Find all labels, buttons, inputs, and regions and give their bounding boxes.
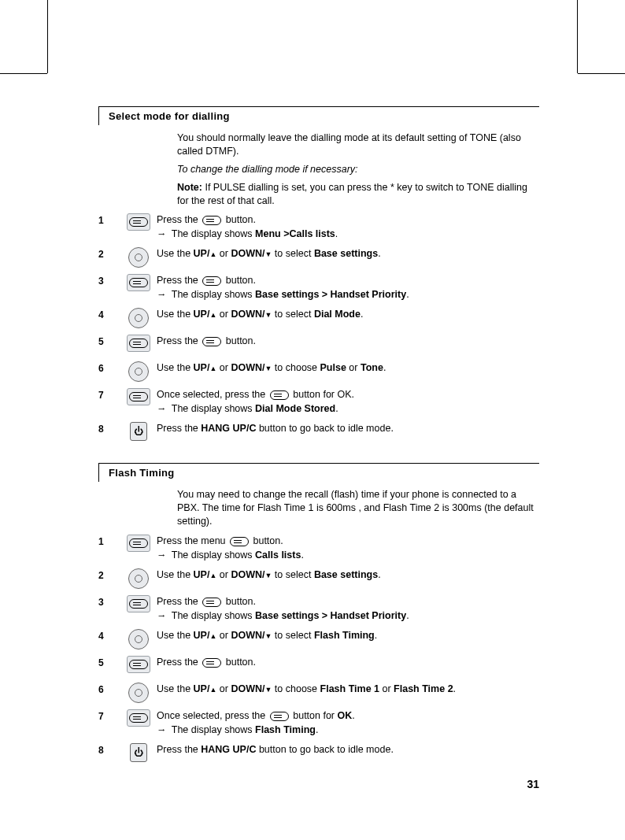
step-7: 7 Once selected, press the button for OK… <box>98 387 539 416</box>
menu-button-icon <box>120 212 157 231</box>
step-3: 3 Press the button. The display shows Ba… <box>98 272 539 302</box>
hangup-icon: ⏻ <box>120 420 157 441</box>
step-text: Once selected, press the button for OK. … <box>157 387 539 416</box>
menu-button-icon <box>120 533 157 552</box>
step-number: 5 <box>98 333 120 347</box>
menu-button-icon <box>202 658 221 668</box>
page-number: 31 <box>527 778 539 790</box>
menu-button-icon <box>120 654 157 673</box>
hangup-icon: ⏻ <box>120 742 157 762</box>
arrow-icon <box>157 289 169 300</box>
step-text: Use the UP/ or DOWN/ to select Base sett… <box>157 246 539 261</box>
step-text: Use the UP/ or DOWN/ to select Base sett… <box>157 567 539 583</box>
menu-button-icon <box>120 708 157 727</box>
step-1: 1 Press the menu button. The display sho… <box>98 533 539 562</box>
step-number: 7 <box>98 387 120 401</box>
step-4: 4 Use the UP/ or DOWN/ to select Dial Mo… <box>98 306 539 328</box>
menu-button-icon <box>202 598 221 607</box>
arrow-icon <box>157 228 169 239</box>
step-2: 2 Use the UP/ or DOWN/ to select Base se… <box>98 246 539 268</box>
step-text: Press the HANG UP/C button to go back to… <box>157 420 539 436</box>
arrow-icon <box>157 403 169 414</box>
nav-pad-icon <box>120 567 157 589</box>
step-number: 1 <box>98 212 120 226</box>
step-number: 3 <box>98 272 120 287</box>
step-text: Press the button. The display shows Base… <box>157 594 539 623</box>
step-text: Use the UP/ or DOWN/ to select Dial Mode… <box>157 306 539 322</box>
menu-button-icon <box>120 272 157 291</box>
steps-list: 1 Press the menu button. The display sho… <box>98 533 539 764</box>
nav-pad-icon <box>120 360 157 382</box>
nav-pad-icon <box>120 306 157 328</box>
note-label: Note: <box>177 182 202 193</box>
step-number: 3 <box>98 594 120 608</box>
step-text: Use the UP/ or DOWN/ to select Flash Tim… <box>157 627 539 643</box>
step-text: Press the menu button. The display shows… <box>157 533 539 562</box>
intro-text: You may need to change the recall (flash… <box>177 488 539 528</box>
menu-button-icon <box>270 712 289 721</box>
step-number: 5 <box>98 654 120 668</box>
step-8: 8 ⏻ Press the HANG UP/C button to go bac… <box>98 742 539 764</box>
menu-button-icon <box>230 537 249 546</box>
step-text: Once selected, press the button for OK. … <box>157 708 539 737</box>
menu-button-icon <box>202 276 221 286</box>
up-arrow-icon <box>209 248 216 259</box>
step-number: 1 <box>98 533 120 547</box>
menu-button-icon <box>202 337 221 346</box>
step-text: Press the button. The display shows Menu… <box>157 212 539 241</box>
crop-mark <box>47 0 48 73</box>
step-text: Use the UP/ or DOWN/ to choose Flash Tim… <box>157 681 539 697</box>
up-arrow-icon <box>209 683 216 694</box>
step-7: 7 Once selected, press the button for OK… <box>98 708 539 737</box>
step-text: Use the UP/ or DOWN/ to choose Pulse or … <box>157 360 539 376</box>
arrow-icon <box>157 550 169 561</box>
menu-button-icon <box>270 390 289 400</box>
nav-pad-icon <box>120 627 157 649</box>
step-text: Press the button. <box>157 654 539 670</box>
step-number: 8 <box>98 420 120 435</box>
up-arrow-icon <box>209 569 216 580</box>
intro-italic: To change the dialling mode if necessary… <box>177 163 539 176</box>
up-arrow-icon <box>209 362 216 373</box>
step-8: 8 ⏻ Press the HANG UP/C button to go bac… <box>98 420 539 442</box>
step-5: 5 Press the button. <box>98 654 539 676</box>
menu-button-icon <box>202 216 221 225</box>
step-number: 7 <box>98 708 120 722</box>
step-6: 6 Use the UP/ or DOWN/ to choose Flash T… <box>98 681 539 703</box>
step-number: 8 <box>98 742 120 756</box>
section-title-dialling: Select mode for dialling <box>98 106 539 125</box>
section-title-flash: Flash Timing <box>98 463 539 482</box>
step-3: 3 Press the button. The display shows Ba… <box>98 594 539 623</box>
step-number: 2 <box>98 567 120 581</box>
menu-button-icon <box>120 594 157 612</box>
nav-pad-icon <box>120 681 157 703</box>
step-number: 4 <box>98 627 120 642</box>
step-1: 1 Press the button. The display shows Me… <box>98 212 539 241</box>
crop-mark <box>578 73 625 74</box>
step-6: 6 Use the UP/ or DOWN/ to choose Pulse o… <box>98 360 539 382</box>
intro-text: You should normally leave the dialling m… <box>177 131 539 158</box>
step-number: 6 <box>98 360 120 374</box>
arrow-icon <box>157 610 169 621</box>
crop-mark <box>577 0 578 73</box>
menu-button-icon <box>120 333 157 352</box>
step-number: 2 <box>98 246 120 260</box>
arrow-icon <box>157 724 169 735</box>
step-text: Press the button. <box>157 333 539 349</box>
step-4: 4 Use the UP/ or DOWN/ to select Flash T… <box>98 627 539 649</box>
note-text: Note: If PULSE dialling is set, you can … <box>177 181 539 208</box>
step-text: Press the HANG UP/C button to go back to… <box>157 742 539 757</box>
step-number: 4 <box>98 306 120 320</box>
step-number: 6 <box>98 681 120 695</box>
up-arrow-icon <box>209 309 216 320</box>
page-content: Select mode for dialling You should norm… <box>98 106 539 768</box>
step-text: Press the button. The display shows Base… <box>157 272 539 302</box>
step-5: 5 Press the button. <box>98 333 539 355</box>
step-2: 2 Use the UP/ or DOWN/ to select Base se… <box>98 567 539 589</box>
menu-button-icon <box>120 387 157 405</box>
note-body: If PULSE dialling is set, you can press … <box>177 182 527 206</box>
steps-list: 1 Press the button. The display shows Me… <box>98 212 539 442</box>
crop-mark <box>0 73 47 74</box>
nav-pad-icon <box>120 246 157 268</box>
up-arrow-icon <box>209 630 216 641</box>
